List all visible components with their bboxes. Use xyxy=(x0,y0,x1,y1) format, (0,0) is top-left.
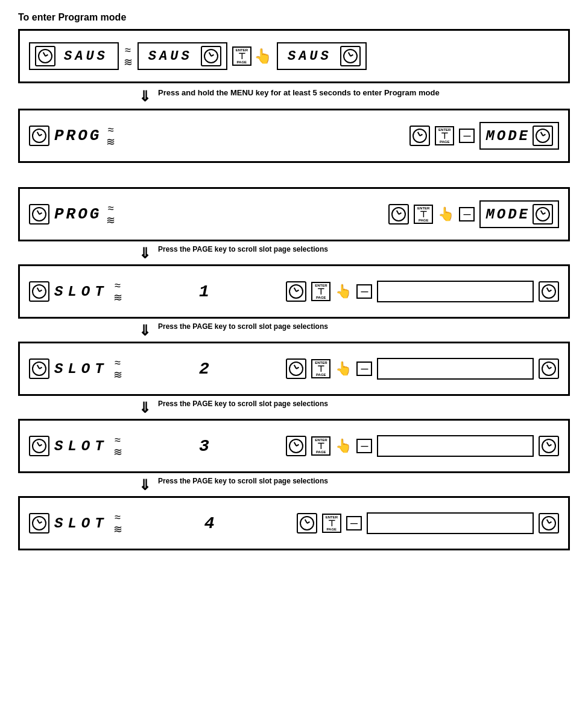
arrow-label-slot1: Press the PAGE key to scroll slot page s… xyxy=(158,244,328,255)
hand-cursor-1: 👆 xyxy=(254,48,272,65)
clock-icon-main2 xyxy=(388,204,409,225)
hand-cursor-main: 👆 xyxy=(438,206,454,222)
clock-icon-slot3b xyxy=(286,436,306,456)
clock-icon-slot3a xyxy=(29,436,49,456)
clock-icon-1 xyxy=(35,46,55,66)
display2-text: SAUS xyxy=(144,49,197,64)
slot2-block: SLOT ≈ ≋ 2 ENTER ⊤ PAGE 👆 — xyxy=(18,342,570,396)
slot1-num: 1 xyxy=(127,282,282,301)
clock-icon-slot1b xyxy=(286,281,306,302)
page-title: To enter Program mode xyxy=(18,12,570,23)
mode-display: MODE xyxy=(479,122,559,150)
clock-icon-prog1 xyxy=(29,126,49,146)
slot1-block: SLOT ≈ ≋ 1 ENTER ⊤ PAGE 👆 — xyxy=(18,264,570,319)
wave-arrows-prog[interactable]: ≈ ≋ xyxy=(106,124,115,147)
dash-btn-slot2[interactable]: — xyxy=(356,362,372,376)
enter-page-btn[interactable]: ENTER ⊤ PAGE xyxy=(232,46,251,66)
wave-arrows-1[interactable]: ≈ ≋ xyxy=(124,45,133,68)
arrow-section-slot2: ⇓ Press the PAGE key to scroll slot page… xyxy=(18,321,570,339)
down-arrow-slot4: ⇓ xyxy=(139,477,151,494)
down-arrow-slot1: ⇓ xyxy=(139,245,151,262)
arrow-section-slot1: ⇓ Press the PAGE key to scroll slot page… xyxy=(18,244,570,262)
clock-icon-slot2a xyxy=(29,358,49,379)
slot3-label: SLOT xyxy=(54,438,109,454)
slot3-block: SLOT ≈ ≋ 3 ENTER ⊤ PAGE 👆 — xyxy=(18,419,570,473)
display3-text: SAUS xyxy=(283,49,337,64)
arrow-label-1: Press and hold the MENU key for at least… xyxy=(158,87,440,99)
wave-arrows-slot3[interactable]: ≈ ≋ xyxy=(113,435,122,457)
main-prog-block: PROG ≈ ≋ ENTER ⊤ PAGE 👆 — MODE xyxy=(18,187,570,241)
clock-icon-slot4b xyxy=(297,513,317,533)
wave-arrows-slot2[interactable]: ≈ ≋ xyxy=(113,357,122,380)
slot2-num: 2 xyxy=(127,360,282,378)
slot2-label: SLOT xyxy=(54,361,109,377)
dash-btn-main[interactable]: — xyxy=(459,207,475,221)
main-mode-text: MODE xyxy=(485,206,530,223)
prog-block: PROG ≈ ≋ ENTER ⊤ PAGE — MODE xyxy=(18,109,570,163)
display2: SAUS xyxy=(138,42,227,70)
enter-page-btn-slot3[interactable]: ENTER ⊤ PAGE xyxy=(311,436,330,456)
clock-icon-slot1c xyxy=(539,281,559,302)
clock-icon-slot2b xyxy=(286,358,306,379)
hand-cursor-slot2: 👆 xyxy=(335,361,352,377)
wave-arrows-main[interactable]: ≈ ≋ xyxy=(106,203,115,226)
display1: SAUS xyxy=(29,42,119,70)
clock-icon-slot4a xyxy=(29,513,49,533)
enter-page-btn-slot2[interactable]: ENTER ⊤ PAGE xyxy=(311,359,330,378)
display1-text: SAUS xyxy=(59,49,113,64)
clock-icon-mode xyxy=(533,126,553,146)
down-arrow-slot3: ⇓ xyxy=(139,400,151,416)
clock-icon-slot1a xyxy=(29,281,49,302)
clock-icon-slot4c xyxy=(539,513,559,533)
wave-arrows-slot1[interactable]: ≈ ≋ xyxy=(113,280,122,303)
slot4-num: 4 xyxy=(127,514,292,533)
prog-text: PROG xyxy=(54,127,101,145)
arrow-section-slot3: ⇓ Press the PAGE key to scroll slot page… xyxy=(18,398,570,416)
hand-cursor-slot3: 👆 xyxy=(335,438,352,454)
clock-icon-prog2 xyxy=(409,126,430,146)
enter-page-btn-prog[interactable]: ENTER ⊤ PAGE xyxy=(435,126,454,145)
hand-cursor-slot1: 👆 xyxy=(335,284,352,299)
main-prog-text: PROG xyxy=(54,205,101,223)
dash-btn-prog[interactable]: — xyxy=(459,129,475,143)
slot3-num: 3 xyxy=(127,437,282,456)
display3: SAUS xyxy=(277,42,367,70)
enter-page-group: ENTER ⊤ PAGE 👆 xyxy=(232,46,272,66)
wave-arrows-slot4[interactable]: ≈ ≋ xyxy=(113,512,122,535)
top-block: SAUS ≈ ≋ SAUS ENTER ⊤ PAGE 👆 SAUS xyxy=(18,29,570,83)
main-mode-display: MODE xyxy=(479,200,559,228)
slot1-label: SLOT xyxy=(54,284,109,300)
arrow-section-1: ⇓ Press and hold the MENU key for at lea… xyxy=(18,87,570,105)
clock-icon-2 xyxy=(201,46,221,66)
clock-icon-slot2c xyxy=(539,358,559,379)
down-arrow-slot2: ⇓ xyxy=(139,322,151,339)
enter-page-btn-slot1[interactable]: ENTER ⊤ PAGE xyxy=(311,282,330,301)
dash-btn-slot3[interactable]: — xyxy=(356,439,372,453)
arrow-label-slot3: Press the PAGE key to scroll slot page s… xyxy=(158,398,328,409)
arrow-section-slot4: ⇓ Press the PAGE key to scroll slot page… xyxy=(18,476,570,494)
down-arrow-1: ⇓ xyxy=(139,88,151,105)
clock-icon-3 xyxy=(340,46,361,66)
clock-icon-slot3c xyxy=(539,436,559,456)
dash-btn-slot4[interactable]: — xyxy=(346,516,362,530)
clock-icon-main1 xyxy=(29,204,49,225)
clock-icon-main3 xyxy=(533,204,553,225)
enter-page-btn-slot4[interactable]: ENTER ⊤ PAGE xyxy=(322,514,341,533)
dash-btn-slot1[interactable]: — xyxy=(356,284,372,299)
slot4-label: SLOT xyxy=(54,515,109,532)
slot4-block: SLOT ≈ ≋ 4 ENTER ⊤ PAGE — xyxy=(18,496,570,550)
arrow-label-slot2: Press the PAGE key to scroll slot page s… xyxy=(158,321,328,332)
arrow-label-slot4: Press the PAGE key to scroll slot page s… xyxy=(158,476,328,486)
mode-text: MODE xyxy=(485,128,530,144)
enter-page-btn-main[interactable]: ENTER ⊤ PAGE xyxy=(414,205,433,224)
